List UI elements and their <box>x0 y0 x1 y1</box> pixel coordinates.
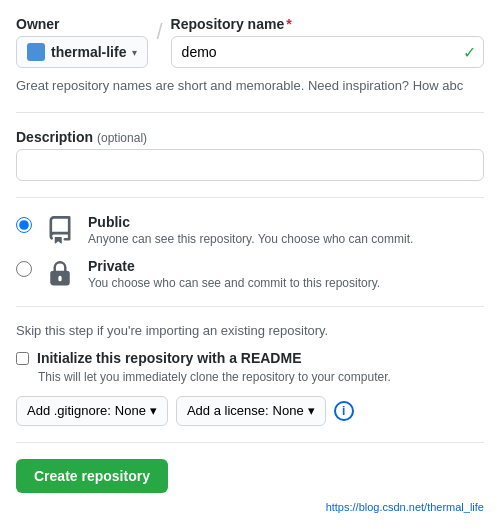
gitignore-value: None <box>115 403 146 418</box>
info-icon[interactable]: i <box>334 401 354 421</box>
skip-text: Skip this step if you're importing an ex… <box>16 323 484 338</box>
description-input[interactable] <box>16 149 484 181</box>
dropdown-row: Add .gitignore: None ▾ Add a license: No… <box>16 396 484 426</box>
owner-label: Owner <box>16 16 148 32</box>
divider-3 <box>16 306 484 307</box>
private-title: Private <box>88 258 484 274</box>
watermark: https://blog.csdn.net/thermal_life <box>16 501 484 513</box>
private-option: Private You choose who can see and commi… <box>16 258 484 290</box>
divider-2 <box>16 197 484 198</box>
optional-label: (optional) <box>97 131 147 145</box>
public-option: Public Anyone can see this repository. Y… <box>16 214 484 246</box>
description-label: Description(optional) <box>16 129 484 145</box>
initialize-label[interactable]: Initialize this repository with a README <box>37 350 301 366</box>
divider-4 <box>16 442 484 443</box>
repo-name-input-wrapper: ✓ <box>171 36 484 68</box>
valid-checkmark-icon: ✓ <box>463 43 476 62</box>
owner-name: thermal-life <box>51 44 126 60</box>
gitignore-chevron-icon: ▾ <box>150 403 157 418</box>
public-content: Public Anyone can see this repository. Y… <box>88 214 484 246</box>
private-content: Private You choose who can see and commi… <box>88 258 484 290</box>
create-repository-button[interactable]: Create repository <box>16 459 168 493</box>
public-repo-icon <box>44 214 76 246</box>
initialize-checkbox[interactable] <box>16 352 29 365</box>
public-description: Anyone can see this repository. You choo… <box>88 232 484 246</box>
repo-name-hint: Great repository names are short and mem… <box>16 76 484 96</box>
initialize-hint: This will let you immediately clone the … <box>38 370 484 384</box>
license-dropdown[interactable]: Add a license: None ▾ <box>176 396 326 426</box>
required-indicator: * <box>286 16 291 32</box>
gitignore-dropdown[interactable]: Add .gitignore: None ▾ <box>16 396 168 426</box>
owner-dropdown[interactable]: thermal-life ▾ <box>16 36 148 68</box>
repo-name-input[interactable] <box>171 36 484 68</box>
gitignore-label: Add .gitignore: <box>27 403 111 418</box>
repo-name-label: Repository name* <box>171 16 484 32</box>
owner-avatar <box>27 43 45 61</box>
license-chevron-icon: ▾ <box>308 403 315 418</box>
initialize-checkbox-row: Initialize this repository with a README <box>16 350 484 366</box>
chevron-down-icon: ▾ <box>132 47 137 58</box>
private-lock-icon <box>44 258 76 290</box>
license-label: Add a license: <box>187 403 269 418</box>
divider-1 <box>16 112 484 113</box>
public-radio[interactable] <box>16 217 32 233</box>
license-value: None <box>273 403 304 418</box>
slash-separator: / <box>156 16 162 48</box>
private-radio[interactable] <box>16 261 32 277</box>
public-title: Public <box>88 214 484 230</box>
description-group: Description(optional) <box>16 129 484 181</box>
private-description: You choose who can see and commit to thi… <box>88 276 484 290</box>
